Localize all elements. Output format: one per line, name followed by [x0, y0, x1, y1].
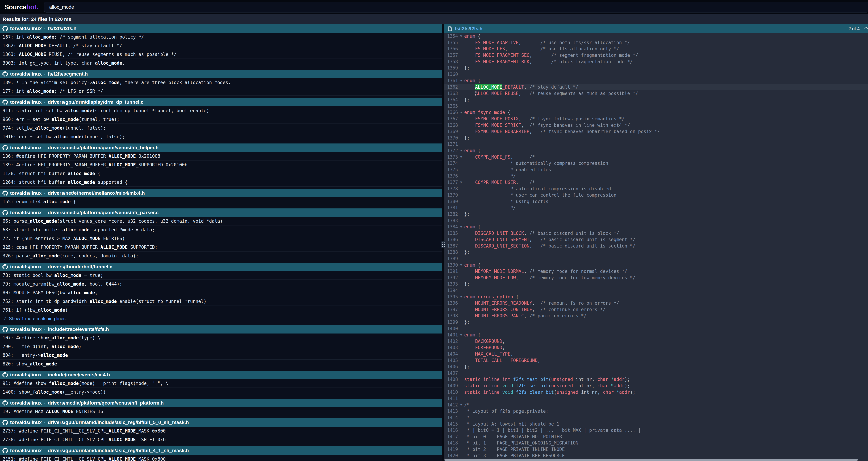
match-line[interactable]: 1362: ALLOC_MODE_DEFAULT, /* stay defaul…	[0, 41, 442, 50]
code-line[interactable]: 1396 MOUNT_ERRORS_READONLY, /* remount f…	[444, 300, 868, 307]
code-line[interactable]: 1414 *	[444, 414, 868, 421]
match-line[interactable]: 167: int alloc_mode; /* segment allocati…	[0, 33, 442, 41]
match-line[interactable]: 326: parse_alloc_mode(core, codecs, doma…	[0, 252, 442, 260]
match-line[interactable]: 325: case HFI_PROPERTY_PARAM_BUFFER_ALLO…	[0, 243, 442, 252]
code-line[interactable]: 1371	[444, 141, 868, 147]
match-line[interactable]: 752: static int tb_dp_bandwidth_alloc_mo…	[0, 297, 442, 306]
fold-chevron-icon[interactable]: ∨	[458, 181, 464, 184]
horizontal-scrollbar-thumb[interactable]	[444, 459, 858, 461]
code-line[interactable]: 1359 };	[444, 65, 868, 71]
match-line[interactable]: 761: if (!bw_alloc_mode)	[0, 306, 442, 314]
match-line[interactable]: 911: static int set_bw_alloc_mode(struct…	[0, 106, 442, 115]
match-line[interactable]: 2737: #define PCIE_CI_CNTL__CI_SLV_CPL_A…	[0, 427, 442, 435]
code-line[interactable]: 1387 DISCARD_UNIT_SECTION, /* basic disc…	[444, 243, 868, 249]
code-line[interactable]: 1394	[444, 287, 868, 294]
code-line[interactable]: 1356 FS_MODE_LFS, /* use lfs allocation …	[444, 46, 868, 52]
code-line[interactable]: 1397 MOUNT_ERRORS_CONTINUE, /* continue …	[444, 307, 868, 313]
code-line[interactable]: 1416 * | bit0 = 1 | bit1 | bit2 | ... | …	[444, 427, 868, 434]
file-group-header[interactable]: torvalds/linux · drivers/media/platform/…	[0, 143, 442, 152]
code-line[interactable]: 1374 * automatically compress compressio…	[444, 160, 868, 167]
match-line[interactable]: 1264: struct hfi_buffer_alloc_mode_suppo…	[0, 178, 442, 186]
code-line[interactable]: 1419 * bit 2 PAGE_PRIVATE_INLINE_INODE	[444, 446, 868, 453]
code-line[interactable]: 1381 */	[444, 205, 868, 211]
code-line[interactable]: 1373 ∨ COMPR_MODE_FS, /*	[444, 154, 868, 160]
fold-chevron-icon[interactable]: ∨	[458, 333, 464, 337]
code-line[interactable]: 1382 };	[444, 211, 868, 218]
code-line[interactable]: 1388 };	[444, 249, 868, 256]
code-line[interactable]: 1391 MEMORY_MODE_NORMAL, /* memory mode …	[444, 268, 868, 275]
code-line[interactable]: 1384 ∨ enum {	[444, 224, 868, 230]
resize-handle[interactable]	[441, 241, 446, 249]
file-group-header[interactable]: torvalds/linux · include/trace/events/f2…	[0, 325, 442, 334]
match-line[interactable]: 80: MODULE_PARM_DESC(bw_alloc_mode,	[0, 288, 442, 297]
file-group-header[interactable]: torvalds/linux · fs/f2fs/f2fs.h	[0, 24, 442, 33]
match-line[interactable]: 79: module_param(bw_alloc_mode, bool, 04…	[0, 280, 442, 288]
match-line[interactable]: 960: err = set_bw_alloc_mode(tunnel, tru…	[0, 115, 442, 124]
match-line[interactable]: 1363: ALLOC_MODE_REUSE, /* reuse segment…	[0, 50, 442, 59]
code-line[interactable]: 1415 * Layout A: lowest bit should be 1	[444, 421, 868, 427]
code-line[interactable]: 1358 FS_MODE_FRAGMENT_BLK, /* block frag…	[444, 58, 868, 65]
fold-chevron-icon[interactable]: ∨	[458, 295, 464, 298]
code-line[interactable]: 1379 * user can control the file compres…	[444, 192, 868, 198]
code-line[interactable]: 1402 BACKGROUND,	[444, 338, 868, 345]
code-line[interactable]: 1386 DISCARD_UNIT_SEGMENT, /* basic disc…	[444, 236, 868, 243]
match-line[interactable]: 1400: show_falloc_mode(__entry->mode))	[0, 388, 442, 396]
code-line[interactable]: 1413 * Layout of f2fs page.private:	[444, 408, 868, 414]
code-line[interactable]: 1405 TOTAL_CALL = FOREGROUND,	[444, 357, 868, 364]
code-line[interactable]: 1409 static inline void f2fs_set_bit(uns…	[444, 383, 868, 389]
code-line[interactable]: 1370 };	[444, 135, 868, 141]
code-line[interactable]: 1378 * automatical compression is disabl…	[444, 185, 868, 192]
match-line[interactable]: 790: __field(int, alloc_mode)	[0, 342, 442, 351]
search-input[interactable]	[49, 4, 864, 10]
code-line[interactable]: 1365	[444, 103, 868, 109]
code-line[interactable]: 1369 FSYNC_MODE_NOBARRIER, /* fsync beha…	[444, 128, 868, 135]
code-line[interactable]: 1355 FS_MODE_ADAPTIVE, /* use both lfs/s…	[444, 39, 868, 46]
fold-chevron-icon[interactable]: ∨	[458, 263, 464, 267]
file-group-header[interactable]: torvalds/linux · fs/f2fs/segment.h	[0, 70, 442, 78]
match-line[interactable]: 1016: err = set_bw_alloc_mode(tunnel, fa…	[0, 132, 442, 141]
code-line[interactable]: 1395 ∨ enum errors_option {	[444, 293, 868, 300]
code-line[interactable]: 1357 FS_MODE_FRAGMENT_SEG, /* segment fr…	[444, 52, 868, 59]
match-line[interactable]: 66: parse_alloc_mode(struct venus_core *…	[0, 217, 442, 226]
preview-file-path[interactable]: fs/f2fs/f2fs.h	[455, 26, 483, 31]
match-line[interactable]: 19: #define MAX_ALLOC_MODE_ENTRIES 16	[0, 407, 442, 416]
code-line[interactable]: 1364 };	[444, 96, 868, 103]
code-line[interactable]: 1366 ∨ enum fsync_mode {	[444, 109, 868, 116]
match-line[interactable]: 1128: struct hfi_buffer_alloc_mode {	[0, 169, 442, 178]
code-line[interactable]: 1385 DISCARD_UNIT_BLOCK, /* basic discar…	[444, 230, 868, 236]
file-group-header[interactable]: torvalds/linux · drivers/gpu/drm/display…	[0, 98, 442, 106]
match-line[interactable]: 820: show_alloc_mode	[0, 359, 442, 368]
code-line[interactable]: 1375 * enabled files	[444, 166, 868, 173]
code-line[interactable]: 1407	[444, 370, 868, 376]
fold-chevron-icon[interactable]: ∨	[458, 155, 464, 159]
code-line[interactable]: 1392 MEMORY_MODE_LOW, /* memory mode for…	[444, 275, 868, 281]
code-line[interactable]: 1401 ∨ enum {	[444, 332, 868, 338]
match-line[interactable]: 139: * In the victim_sel_policy->alloc_m…	[0, 78, 442, 87]
code-line[interactable]: 1389	[444, 256, 868, 262]
match-line[interactable]: 68: struct hfi_buffer_alloc_mode_support…	[0, 226, 442, 234]
match-line[interactable]: 3903: int gc_type, int type, char alloc_…	[0, 59, 442, 67]
code-line[interactable]: 1398 MOUNT_ERRORS_PANIC, /* panic on err…	[444, 313, 868, 319]
code-line[interactable]: 1404 MAX_CALL_TYPE,	[444, 351, 868, 357]
fold-chevron-icon[interactable]: ∨	[458, 79, 464, 82]
code-line[interactable]: 1380 * using ioctls	[444, 198, 868, 205]
file-group-header[interactable]: torvalds/linux · drivers/media/platform/…	[0, 399, 442, 407]
code-line[interactable]: 1408 static inline int f2fs_test_bit(uns…	[444, 376, 868, 383]
match-line[interactable]: 2151: #define PCIE_CI_CNTL__CI_SLV_CPL_A…	[0, 455, 442, 461]
code-line[interactable]: 1377 ∨ COMPR_MODE_USER, /*	[444, 179, 868, 186]
code-line[interactable]: 1400	[444, 325, 868, 332]
code-line[interactable]: 1406 };	[444, 364, 868, 370]
match-line[interactable]: 107: #define show_alloc_mode(type) \	[0, 334, 442, 342]
match-line[interactable]: 91: #define show_falloc_mode(mode) __pri…	[0, 379, 442, 388]
match-line[interactable]: 78: static bool bw_alloc_mode = true;	[0, 271, 442, 280]
match-line[interactable]: 139: #define HFI_PROPERTY_PARAM_BUFFER_A…	[0, 161, 442, 169]
code-line[interactable]: 1362 ALLOC_MODE_DEFAULT, /* stay default…	[444, 84, 868, 90]
fold-chevron-icon[interactable]: ∨	[458, 149, 464, 152]
match-line[interactable]: 155: enum mlx4_alloc_mode {	[0, 197, 442, 206]
code-line[interactable]: 1410 static inline void f2fs_clear_bit(u…	[444, 389, 868, 395]
match-line[interactable]: 136: #define HFI_PROPERTY_PARAM_BUFFER_A…	[0, 152, 442, 161]
search-box[interactable]	[44, 2, 868, 12]
fold-chevron-icon[interactable]: ∨	[458, 225, 464, 229]
file-group-header[interactable]: torvalds/linux · drivers/thunderbolt/tun…	[0, 263, 442, 271]
code-line[interactable]: 1417 * bit 0 PAGE_PRIVATE_NOT_POINTER	[444, 433, 868, 440]
